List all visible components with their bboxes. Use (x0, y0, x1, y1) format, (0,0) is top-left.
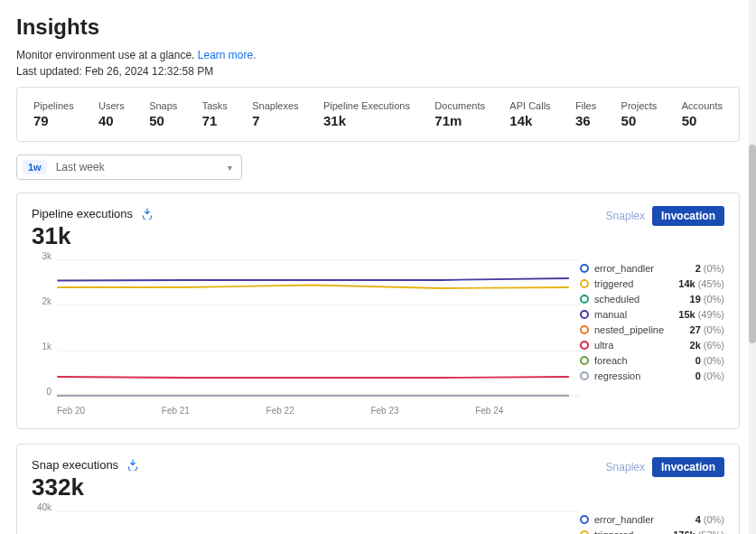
y-tick: 1k (42, 342, 51, 351)
scroll-thumb[interactable] (749, 145, 756, 343)
legend-row[interactable]: triggered14k(45%) (580, 278, 724, 289)
y-tick: 0 (46, 387, 51, 397)
legend-value: 14k (678, 278, 695, 289)
pipeline-legend: error_handler2(0%)triggered14k(45%)sched… (580, 256, 724, 416)
stat-label: Tasks (202, 100, 228, 111)
legend-label: error_handler (594, 514, 695, 525)
legend-row[interactable]: ultra2k(6%) (580, 340, 724, 351)
stat-value: 50 (621, 113, 658, 128)
stat-label: Snaplexes (252, 100, 298, 111)
tab-snaplex[interactable]: Snaplex (606, 210, 645, 222)
snap-panel-title: Snap executions (32, 458, 118, 472)
date-range-select[interactable]: 1w Last week ▾ (16, 155, 242, 180)
stats-card: Pipelines79Users40Snaps50Tasks71Snaplexe… (16, 87, 740, 142)
tab-snaplex[interactable]: Snaplex (606, 461, 645, 473)
stat-item: Tasks71 (202, 100, 228, 128)
legend-swatch (580, 356, 589, 365)
snap-chart: 40k30k20k (32, 507, 580, 534)
stat-item: Projects50 (621, 100, 658, 128)
legend-row[interactable]: regression0(0%) (580, 370, 724, 381)
page-title: Insights (16, 14, 740, 40)
stat-label: Files (575, 100, 596, 111)
stat-value: 71m (434, 113, 485, 128)
legend-pct: (0%) (704, 324, 724, 335)
snap-legend: error_handler4(0%)triggered176k(53%)sche… (580, 507, 724, 534)
pipeline-panel-total: 31k (32, 222, 724, 250)
stat-label: Pipeline Executions (323, 100, 410, 111)
stat-item: Files36 (575, 100, 596, 128)
legend-swatch (580, 310, 589, 319)
stat-value: 79 (33, 113, 74, 128)
stat-item: Snaps50 (149, 100, 177, 128)
pipeline-panel-title: Pipeline executions (32, 207, 133, 220)
legend-value: 2k (690, 340, 701, 351)
legend-pct: (0%) (704, 263, 724, 274)
x-tick: Feb 20 (57, 406, 162, 416)
stat-value: 14k (509, 113, 550, 128)
legend-row[interactable]: error_handler4(0%) (580, 514, 724, 525)
legend-value: 0 (695, 370, 701, 381)
stat-item: Pipelines79 (33, 100, 74, 128)
stat-value: 40 (98, 113, 125, 128)
legend-swatch (580, 530, 589, 534)
tab-invocation[interactable]: Invocation (652, 457, 724, 477)
legend-label: triggered (594, 278, 678, 289)
legend-swatch (580, 515, 589, 524)
stat-label: Accounts (682, 100, 723, 111)
stat-item: Documents71m (434, 100, 485, 128)
legend-label: scheduled (594, 294, 690, 304)
stat-label: Projects (621, 100, 658, 111)
legend-row[interactable]: scheduled19(0%) (580, 294, 724, 304)
scrollbar[interactable] (749, 0, 756, 534)
pipeline-executions-panel: Pipeline executions 31k Snaplex Invocati… (16, 192, 740, 429)
legend-pct: (0%) (704, 370, 724, 381)
stat-label: Snaps (149, 100, 177, 111)
snap-executions-panel: Snap executions 332k Snaplex Invocation … (16, 444, 740, 534)
legend-value: 27 (690, 324, 701, 335)
range-chip: 1w (23, 160, 47, 174)
stat-value: 50 (682, 113, 723, 128)
stat-label: API Calls (509, 100, 550, 111)
range-text: Last week (56, 161, 228, 173)
y-tick: 3k (42, 251, 51, 261)
legend-label: regression (594, 370, 695, 381)
stat-item: Snaplexes7 (252, 100, 298, 128)
legend-pct: (0%) (704, 294, 724, 304)
legend-label: triggered (594, 529, 673, 534)
last-updated: Last updated: Feb 26, 2024 12:32:58 PM (16, 65, 740, 78)
legend-pct: (53%) (698, 529, 724, 534)
download-icon[interactable] (126, 457, 140, 472)
legend-row[interactable]: manual15k(49%) (580, 309, 724, 320)
stat-value: 31k (323, 113, 410, 128)
stat-label: Pipelines (33, 100, 74, 111)
legend-label: manual (594, 309, 678, 320)
stat-label: Documents (434, 100, 485, 111)
legend-row[interactable]: nested_pipeline27(0%) (580, 324, 724, 335)
legend-value: 176k (673, 529, 695, 534)
y-tick: 40k (37, 502, 51, 512)
download-icon[interactable] (140, 206, 154, 220)
stat-value: 50 (149, 113, 177, 128)
legend-label: error_handler (594, 263, 695, 274)
x-tick: Feb 24 (475, 406, 580, 416)
legend-pct: (45%) (698, 278, 724, 289)
legend-swatch (580, 279, 589, 288)
legend-value: 2 (695, 263, 701, 274)
legend-row[interactable]: triggered176k(53%) (580, 529, 724, 534)
legend-row[interactable]: foreach0(0%) (580, 355, 724, 366)
stat-value: 7 (252, 113, 298, 128)
legend-value: 19 (690, 294, 701, 304)
learn-more-link[interactable]: Learn more. (198, 49, 257, 61)
x-tick: Feb 23 (370, 406, 475, 416)
stat-item: Pipeline Executions31k (323, 100, 410, 128)
x-tick: Feb 22 (266, 406, 371, 416)
legend-swatch (580, 325, 589, 334)
legend-pct: (0%) (704, 514, 724, 525)
legend-row[interactable]: error_handler2(0%) (580, 263, 724, 274)
stat-value: 71 (202, 113, 228, 128)
pipeline-chart: 3k2k1k0 Feb 20Feb 21Feb 22Feb 23Feb 24 (32, 256, 580, 416)
tab-invocation[interactable]: Invocation (652, 206, 724, 226)
subtitle-text: Monitor environment use at a glance. (16, 49, 198, 61)
legend-label: ultra (594, 340, 690, 351)
stat-value: 36 (575, 113, 596, 128)
